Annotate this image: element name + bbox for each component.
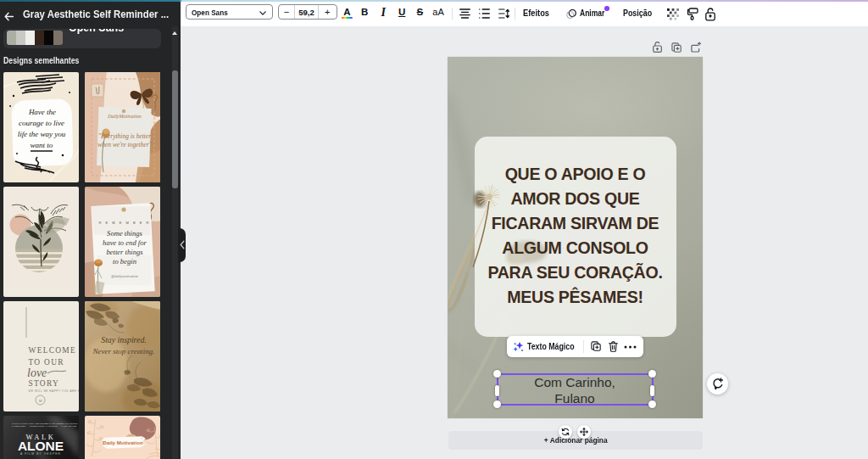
svg-text:TO OUR: TO OUR [29, 358, 64, 367]
svg-text:M: M [38, 399, 42, 403]
svg-text:ALONE: ALONE [18, 439, 64, 453]
svg-text:HARRY STYLES: HARRY STYLES [61, 425, 77, 428]
svg-text:Some things: Some things [107, 229, 142, 238]
svg-text:STORY: STORY [29, 379, 60, 388]
svg-text:Never stop creating.: Never stop creating. [92, 347, 155, 355]
svg-text:JAMES OWEN: JAMES OWEN [12, 425, 25, 428]
svg-text:courage to live: courage to live [19, 119, 64, 127]
svg-text:R E M E M B E R: R E M E M B E R [99, 221, 151, 225]
svg-text:to begin: to begin [113, 257, 136, 266]
svg-text:love: love [27, 367, 47, 379]
svg-text:have to end for: have to end for [103, 238, 147, 247]
svg-text:DailyMotivation: DailyMotivation [107, 114, 142, 119]
svg-text:better things: better things [106, 248, 143, 256]
svg-text:WELCOME: WELCOME [29, 346, 77, 355]
svg-text:want to: want to [31, 141, 53, 149]
svg-text:WE WILL BE HAPPY YOU ARE HERE: WE WILL BE HAPPY YOU ARE HERE [29, 389, 80, 393]
svg-text:A FILM BY VESPER: A FILM BY VESPER [20, 452, 61, 456]
svg-text:Have the: Have the [28, 108, 56, 116]
svg-text:when we're together": when we're together" [97, 141, 152, 148]
svg-text:KYLE DUKE: KYLE DUKE [46, 425, 58, 428]
svg-text:@dailymotivation: @dailymotivation [111, 274, 138, 278]
svg-text:life the way you: life the way you [18, 130, 66, 138]
svg-text:Daily Motivation: Daily Motivation [103, 439, 143, 445]
svg-text:Stay inspired.: Stay inspired. [101, 335, 147, 344]
svg-text:ARLENE MCCOY: ARLENE MCCOY [29, 425, 46, 428]
